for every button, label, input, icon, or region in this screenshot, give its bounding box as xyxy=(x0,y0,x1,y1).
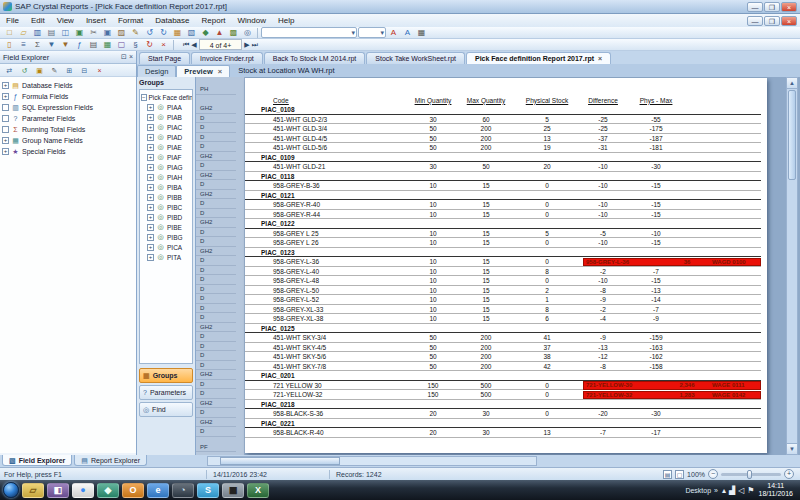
table-row[interactable]: 451-WHT GLD-2/330605-25-55 xyxy=(245,115,761,125)
doc-tab[interactable]: Invoice Finder.rpt xyxy=(191,52,263,64)
table-row[interactable]: 721-YELLOW-321505000-150-500721-YELLOW-3… xyxy=(245,390,761,400)
paste-icon[interactable]: ▨ xyxy=(115,27,128,38)
volume-icon[interactable]: ◁ xyxy=(738,486,744,495)
horizontal-scrollbar[interactable] xyxy=(207,456,537,466)
page-layout-icon[interactable]: ▤ xyxy=(663,470,672,479)
table-row[interactable]: 958-GREY L 2610150-10-15 xyxy=(245,238,761,248)
pin-icon[interactable]: ⊡ xyxy=(121,53,127,61)
parameters-side-button[interactable]: ?Parameters xyxy=(139,385,193,400)
expand-icon[interactable]: + xyxy=(147,214,154,221)
expand-icon[interactable]: + xyxy=(147,244,154,251)
field-explorer-item[interactable]: ▥SQL Expression Fields xyxy=(2,102,134,113)
doc-tab[interactable]: Start Page xyxy=(139,52,190,64)
menu-edit[interactable]: Edit xyxy=(25,16,51,25)
menu-help[interactable]: Help xyxy=(272,16,300,25)
expand-icon[interactable]: + xyxy=(147,224,154,231)
group-tree-item[interactable]: +◎PIBC xyxy=(141,202,191,212)
last-page-icon[interactable]: ⏭ xyxy=(252,41,258,49)
expand-icon[interactable]: + xyxy=(147,194,154,201)
format-painter-icon[interactable]: ✎ xyxy=(129,27,142,38)
insert-group-icon[interactable]: ≡ xyxy=(17,39,30,50)
network-icon[interactable]: ▟ xyxy=(729,486,735,495)
table-row[interactable]: 958-GREY-R-4010150-10-15 xyxy=(245,200,761,210)
field-explorer-item[interactable]: ΣRunning Total Fields xyxy=(2,124,134,135)
field-combo[interactable] xyxy=(261,27,357,38)
menu-format[interactable]: Format xyxy=(112,16,149,25)
undo-icon[interactable]: ↺ xyxy=(143,27,156,38)
zoom-out-icon[interactable]: − xyxy=(708,469,718,479)
expand-icon[interactable]: + xyxy=(147,104,154,111)
borders-icon[interactable]: ▦ xyxy=(415,27,428,38)
report-wizard-icon[interactable]: ◆ xyxy=(199,27,212,38)
first-page-icon[interactable]: ⏮ xyxy=(183,41,189,49)
start-button[interactable] xyxy=(3,482,19,498)
tab-design[interactable]: Design xyxy=(137,65,176,77)
table-row[interactable]: 958-GREY L 2510155-5-10 xyxy=(245,229,761,239)
field-explorer-item[interactable]: +▦Group Name Fields xyxy=(2,135,134,146)
group-tree-item[interactable]: +◎PIAD xyxy=(141,132,191,142)
bottom-tab-report-explorer[interactable]: ▤Report Explorer xyxy=(74,455,147,466)
child-minimize-button[interactable]: — xyxy=(747,16,763,26)
scroll-down-icon[interactable]: ▼ xyxy=(787,443,797,454)
calculator-icon[interactable]: ▦ xyxy=(222,483,244,498)
group-tree-item[interactable]: +◎PIBD xyxy=(141,212,191,222)
skype-icon[interactable]: S xyxy=(197,483,219,498)
doc-tab[interactable]: Back To Stock LM 2014.rpt xyxy=(264,52,366,64)
scrollbar-thumb[interactable] xyxy=(788,90,796,180)
menu-view[interactable]: View xyxy=(51,16,80,25)
expand-icon[interactable]: + xyxy=(147,144,154,151)
new-field-icon[interactable]: ▣ xyxy=(33,65,46,76)
expand-icon[interactable]: + xyxy=(147,154,154,161)
expand-icon[interactable]: + xyxy=(147,184,154,191)
group-tree-item[interactable]: +◎PIBG xyxy=(141,232,191,242)
expand-icon[interactable]: + xyxy=(2,148,9,155)
doc-tab[interactable]: Stock Take WorkSheet.rpt xyxy=(366,52,465,64)
save-icon[interactable]: ▥ xyxy=(31,27,44,38)
zoom-slider-thumb[interactable] xyxy=(747,470,752,479)
copy-icon[interactable]: ▣ xyxy=(101,27,114,38)
expand-icon[interactable] xyxy=(2,104,9,111)
group-tree-item[interactable]: +◎PIBB xyxy=(141,192,191,202)
prev-page-icon[interactable]: ◀ xyxy=(191,41,196,49)
expand-icon[interactable]: + xyxy=(147,114,154,121)
table-row[interactable]: 451-WHT GLD-4/55020013-37-187 xyxy=(245,134,761,144)
table-row[interactable]: 958-GREY-R-4410150-10-15 xyxy=(245,210,761,220)
table-row[interactable]: 451-WHT SKY-3/45020041-9-159 xyxy=(245,333,761,343)
edit-field-icon[interactable]: ✎ xyxy=(48,65,61,76)
cut-icon[interactable]: ✂ xyxy=(87,27,100,38)
table-row[interactable]: 451-WHT GLD-3/45020025-25-175 xyxy=(245,124,761,134)
crystal-reports-icon[interactable]: ◆ xyxy=(97,483,119,498)
table-row[interactable]: 958-GREY-XL-3810156-4-9 xyxy=(245,314,761,324)
bottom-tab-field-explorer[interactable]: ▧Field Explorer xyxy=(2,455,72,466)
child-restore-button[interactable]: ❐ xyxy=(764,16,780,26)
tray-chevron-icon[interactable]: ▴ xyxy=(722,486,726,495)
groups-root-item[interactable]: −Pick Face defin xyxy=(141,92,191,102)
select-expert-icon[interactable]: ▼ xyxy=(59,39,72,50)
crosstab-icon[interactable]: ▦ xyxy=(101,39,114,50)
insert-chart-icon[interactable]: ▲ xyxy=(213,27,226,38)
hscroll-thumb[interactable] xyxy=(220,457,340,465)
field-explorer-item[interactable]: ?Parameter Fields xyxy=(2,113,134,124)
browse-data-icon[interactable]: ↺ xyxy=(18,65,31,76)
rename-icon[interactable]: ⊟ xyxy=(78,65,91,76)
expand-icon[interactable]: + xyxy=(2,93,9,100)
find-icon[interactable]: ◎ xyxy=(241,27,254,38)
menu-report[interactable]: Report xyxy=(196,16,232,25)
insert-picture-icon[interactable]: ▩ xyxy=(227,27,240,38)
group-tree-item[interactable]: +◎PICA xyxy=(141,242,191,252)
next-page-icon[interactable]: ▶ xyxy=(244,41,249,49)
table-row[interactable]: 451-WHT SKY-7/85020042-8-158 xyxy=(245,362,761,372)
redo-icon[interactable]: ↻ xyxy=(157,27,170,38)
record-sort-icon[interactable]: ▼ xyxy=(45,39,58,50)
preview-close-icon[interactable]: × xyxy=(218,67,222,76)
scroll-up-icon[interactable]: ▲ xyxy=(787,78,797,89)
subreport-icon[interactable]: ▢ xyxy=(115,39,128,50)
table-row[interactable]: 958-GREY-L-4810150-10-15 xyxy=(245,276,761,286)
insert-summary-icon[interactable]: Σ xyxy=(31,39,44,50)
formula-workshop-icon[interactable]: ƒ xyxy=(73,39,86,50)
find-side-button[interactable]: ◎Find xyxy=(139,402,193,417)
menu-file[interactable]: File xyxy=(0,16,25,25)
expand-icon[interactable] xyxy=(2,126,9,133)
collapse-icon[interactable]: − xyxy=(141,94,147,101)
size-combo[interactable] xyxy=(358,27,386,38)
